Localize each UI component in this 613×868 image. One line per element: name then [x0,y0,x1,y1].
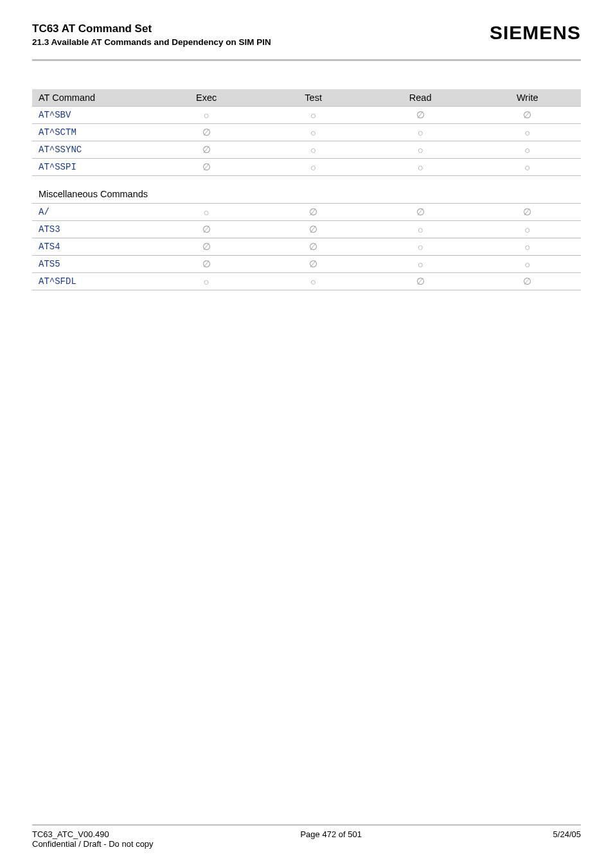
cell-test: ○ [260,107,367,124]
cell-exec: ∅ [153,256,260,273]
circle-icon: ○ [524,224,530,235]
cell-test: ∅ [260,256,367,273]
empty-set-icon: ∅ [523,206,531,218]
cell-read: ○ [367,238,474,256]
table-row: ATS4 ∅ ∅ ○ ○ [32,238,581,256]
cell-test: ∅ [260,204,367,221]
at-command-link[interactable]: A/ [32,204,153,221]
cell-exec: ∅ [153,124,260,141]
empty-set-icon: ∅ [202,144,211,155]
circle-icon: ○ [524,242,530,252]
circle-icon: ○ [310,276,316,287]
content-area: AT Command Exec Test Read Write AT^SBV ○… [32,89,581,290]
cell-read: ○ [367,221,474,238]
cell-test: ○ [260,273,367,290]
empty-set-icon: ∅ [202,258,211,270]
cell-exec: ∅ [153,159,260,176]
at-command-link[interactable]: ATS4 [32,238,153,256]
col-header-test: Test [260,89,367,107]
cell-write: ○ [474,221,581,238]
footer-row: TC63_ATC_V00.490 Page 472 of 501 5/24/05 [32,829,581,839]
empty-set-icon: ∅ [202,241,211,252]
circle-icon: ○ [310,162,316,173]
cell-write: ○ [474,159,581,176]
circle-icon: ○ [418,162,423,173]
cell-write: ○ [474,256,581,273]
cell-exec: ∅ [153,238,260,256]
cell-exec: ○ [153,273,260,290]
circle-icon: ○ [524,259,530,270]
circle-icon: ○ [524,127,530,138]
at-command-link[interactable]: ATS5 [32,256,153,273]
siemens-logo: SIEMENS [490,22,581,44]
cell-exec: ∅ [153,141,260,159]
cell-test: ○ [260,124,367,141]
circle-icon: ○ [204,276,209,287]
empty-set-icon: ∅ [416,276,425,287]
cell-read: ∅ [367,273,474,290]
at-command-link[interactable]: AT^SSYNC [32,141,153,159]
table-row: ATS3 ∅ ∅ ○ ○ [32,221,581,238]
circle-icon: ○ [204,207,209,218]
cell-read: ○ [367,159,474,176]
cell-write: ○ [474,141,581,159]
cell-test: ∅ [260,221,367,238]
circle-icon: ○ [524,145,530,155]
circle-icon: ○ [418,145,423,155]
empty-set-icon: ∅ [523,276,531,287]
empty-set-icon: ∅ [202,127,211,138]
circle-icon: ○ [418,242,423,252]
cell-write: ∅ [474,107,581,124]
col-header-read: Read [367,89,474,107]
circle-icon: ○ [524,162,530,173]
cell-exec: ○ [153,107,260,124]
footer-rule [32,824,581,826]
cell-exec: ∅ [153,221,260,238]
cell-read: ○ [367,141,474,159]
table-row: AT^SSYNC ∅ ○ ○ ○ [32,141,581,159]
table-row: AT^SFDL ○ ○ ∅ ∅ [32,273,581,290]
at-command-link[interactable]: ATS3 [32,221,153,238]
footer-date: 5/24/05 [553,829,581,839]
table-row: ATS5 ∅ ∅ ○ ○ [32,256,581,273]
circle-icon: ○ [418,224,423,235]
circle-icon: ○ [204,110,209,121]
col-header-write: Write [474,89,581,107]
cell-write: ∅ [474,273,581,290]
table-row: AT^SSPI ∅ ○ ○ ○ [32,159,581,176]
footer-confidential: Confidential / Draft - Do not copy [32,839,581,849]
empty-set-icon: ∅ [416,206,425,218]
cell-test: ○ [260,159,367,176]
at-command-link[interactable]: AT^SBV [32,107,153,124]
section-label: Miscellaneous Commands [32,176,581,204]
cell-write: ○ [474,238,581,256]
cell-write: ∅ [474,204,581,221]
footer-page-number: Page 472 of 501 [300,829,361,839]
empty-set-icon: ∅ [202,161,211,173]
circle-icon: ○ [418,259,423,270]
empty-set-icon: ∅ [202,224,211,235]
at-command-link[interactable]: AT^SSPI [32,159,153,176]
document-subtitle: 21.3 Available AT Commands and Dependenc… [32,36,271,49]
col-header-command: AT Command [32,89,153,107]
footer-doc-version: TC63_ATC_V00.490 [32,829,109,839]
cell-test: ∅ [260,238,367,256]
circle-icon: ○ [310,127,316,138]
circle-icon: ○ [418,127,423,138]
empty-set-icon: ∅ [416,109,425,121]
cell-read: ∅ [367,107,474,124]
circle-icon: ○ [310,110,316,121]
header-left: TC63 AT Command Set 21.3 Available AT Co… [32,22,271,49]
at-command-link[interactable]: AT^SFDL [32,273,153,290]
cell-exec: ○ [153,204,260,221]
cell-read: ○ [367,124,474,141]
col-header-exec: Exec [153,89,260,107]
empty-set-icon: ∅ [309,258,317,270]
cell-write: ○ [474,124,581,141]
empty-set-icon: ∅ [309,241,317,252]
empty-set-icon: ∅ [309,206,317,218]
at-command-table: AT Command Exec Test Read Write AT^SBV ○… [32,89,581,290]
page-footer: TC63_ATC_V00.490 Page 472 of 501 5/24/05… [32,824,581,849]
table-header-row: AT Command Exec Test Read Write [32,89,581,107]
at-command-link[interactable]: AT^SCTM [32,124,153,141]
